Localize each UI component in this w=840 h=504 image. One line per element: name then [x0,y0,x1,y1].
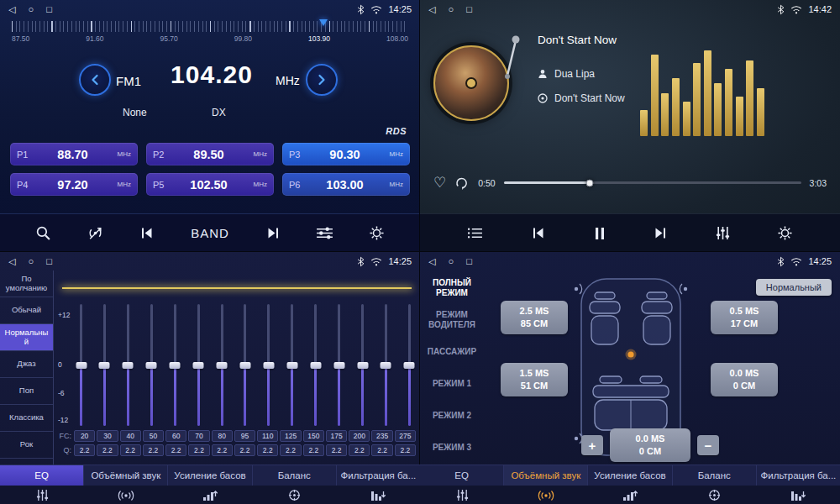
filter-tab-icon[interactable] [756,486,840,504]
eq-band-slider[interactable] [310,304,321,426]
delay-rear-left[interactable]: 1.5 MS 51 CM [501,363,568,396]
seek-bar[interactable] [504,181,801,184]
eq-slider-knob[interactable] [310,362,321,369]
eq-slider-knob[interactable] [99,362,110,369]
preset-p4[interactable]: P4 97.20 MHz [10,173,138,196]
preset-p6[interactable]: P6 103.00 MHz [282,173,410,196]
tab-balance[interactable]: Баланс [673,465,757,486]
preset-p1[interactable]: P1 88.70 MHz [10,143,138,165]
eq-slider-knob[interactable] [333,362,344,369]
filter-tab-icon[interactable] [336,486,420,504]
eq-band-slider[interactable] [333,304,344,426]
mode-full-active[interactable]: ПОЛНЫЙ РЕЖИМ [420,272,484,304]
back-button[interactable]: ◁ [428,4,435,15]
eq-band-slider[interactable] [217,304,228,426]
eq-preset-classic[interactable]: Классика [0,405,53,432]
eq-slider-knob[interactable] [217,362,228,369]
delay-rear-right[interactable]: 0.0 MS 0 CM [711,363,778,396]
home-button[interactable]: ○ [28,4,34,15]
eq-band-slider[interactable] [357,304,368,426]
equalizer-button[interactable] [716,226,730,240]
eq-preset-custom[interactable]: Обычай [0,297,53,324]
preset-p2[interactable]: P2 89.50 MHz [146,143,274,165]
eq-band-slider[interactable] [76,304,87,426]
settings-button[interactable] [777,225,793,241]
eq-slider-knob[interactable] [286,362,297,369]
tab-eq[interactable]: EQ [0,465,84,486]
back-button[interactable]: ◁ [8,256,15,267]
previous-station-button[interactable] [139,226,155,240]
back-button[interactable]: ◁ [428,256,435,267]
balance-tab-icon[interactable] [672,486,756,504]
audio-settings-button[interactable] [316,226,333,240]
home-button[interactable]: ○ [448,256,454,267]
surround-tab-icon[interactable] [504,486,588,504]
eq-band-slider[interactable] [239,304,250,426]
settings-button[interactable] [369,225,385,241]
eq-slider-knob[interactable] [239,362,250,369]
eq-tab-icon[interactable] [0,486,84,504]
eq-slider-knob[interactable] [404,362,415,369]
tab-surround-active[interactable]: Объёмный звук [504,465,588,486]
delay-increase-button[interactable]: + [581,435,603,455]
home-button[interactable]: ○ [28,256,34,267]
repeat-button[interactable] [454,176,470,190]
delay-decrease-button[interactable]: − [697,435,719,455]
mode-1[interactable]: РЕЖИМ 1 [420,368,484,400]
recents-button[interactable]: □ [46,4,52,15]
recents-button[interactable]: □ [46,256,52,267]
eq-slider-knob[interactable] [146,362,157,369]
tab-filter[interactable]: Фильтрация ба... [757,465,840,486]
delay-front-left[interactable]: 2.5 MS 85 CM [501,301,568,334]
home-button[interactable]: ○ [448,4,454,15]
recents-button[interactable]: □ [466,4,472,15]
next-station-button[interactable] [265,226,281,240]
eq-slider-knob[interactable] [357,362,368,369]
eq-slider-knob[interactable] [381,362,391,369]
tune-up-button[interactable] [306,64,338,96]
search-stations-button[interactable] [35,225,51,241]
eq-band-slider[interactable] [193,304,204,426]
eq-tab-icon[interactable] [420,486,504,504]
tab-balance[interactable]: Баланс [253,465,337,486]
eq-band-slider[interactable] [404,304,415,426]
eq-band-slider[interactable] [170,304,181,426]
eq-band-slider[interactable] [286,304,297,426]
tab-surround[interactable]: Объёмный звук [84,465,168,486]
bass-boost-tab-icon[interactable] [588,486,672,504]
eq-slider-knob[interactable] [193,362,204,369]
tab-bass-boost[interactable]: Усиление басов [168,465,252,486]
previous-track-button[interactable] [530,226,547,240]
preset-p3-active[interactable]: P3 90.30 MHz [282,143,410,165]
eq-slider-knob[interactable] [76,362,87,369]
mode-3[interactable]: РЕЖИМ 3 [420,432,484,464]
eq-preset-jazz[interactable]: Джаз [0,351,53,378]
mode-driver[interactable]: РЕЖИМ ВОДИТЕЛЯ [420,304,484,336]
delay-front-right[interactable]: 0.5 MS 17 CM [711,301,778,334]
eq-preset-pop[interactable]: Поп [0,378,53,405]
tab-eq[interactable]: EQ [420,465,504,486]
bass-boost-tab-icon[interactable] [168,486,252,504]
radio-scan-button[interactable] [87,226,104,240]
surround-tab-icon[interactable] [84,486,168,504]
seek-knob[interactable] [586,179,594,186]
balance-tab-icon[interactable] [252,486,336,504]
eq-preset-normal-active[interactable]: Нормальный [0,324,53,351]
mode-passenger[interactable]: ПАССАЖИР [420,336,484,368]
eq-band-slider[interactable] [146,304,157,426]
profile-button[interactable]: Нормальный [756,279,832,296]
eq-preset-rock[interactable]: Рок [0,432,53,459]
tab-bass-boost[interactable]: Усиление басов [588,465,672,486]
pause-button[interactable] [594,227,606,240]
frequency-ruler[interactable]: 87.50 91.60 95.70 99.80 103.90 108.00 [12,21,408,46]
eq-slider-knob[interactable] [263,362,274,369]
next-track-button[interactable] [652,226,669,240]
eq-preset-default[interactable]: По умолчанию [0,270,53,297]
playlist-button[interactable] [467,227,483,239]
tab-filter[interactable]: Фильтрация ба... [337,465,420,486]
mode-2[interactable]: РЕЖИМ 2 [420,400,484,432]
favorite-button[interactable]: ♡ [433,176,446,190]
eq-band-slider[interactable] [263,304,274,426]
band-button[interactable]: BAND [191,226,229,240]
eq-band-slider[interactable] [99,304,110,426]
